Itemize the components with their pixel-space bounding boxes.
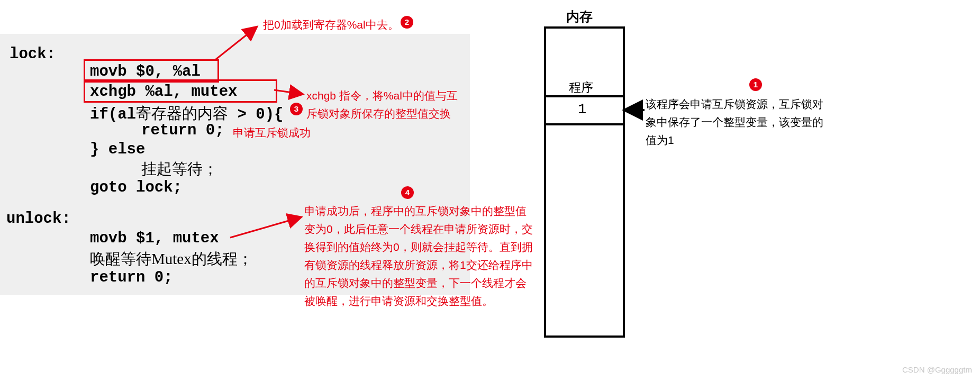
annotation-4-3: 换得到的值始终为0，则就会挂起等待。直到拥: [304, 238, 533, 256]
annotation-4-6: 被唤醒，进行申请资源和交换整型值。: [304, 292, 493, 310]
watermark: CSDN @Ggggggtm: [902, 365, 972, 374]
annotation-1-2: 象中保存了一个整型变量，该变量的: [646, 113, 823, 131]
annotation-1-1: 该程序会申请互斥锁资源，互斥锁对: [646, 95, 823, 113]
arrow-anno1: [0, 0, 688, 159]
annotation-1-3: 值为1: [646, 131, 674, 149]
badge-4: 4: [401, 186, 414, 199]
badge-1: 1: [749, 78, 762, 91]
annotation-4-1: 申请成功后，程序中的互斥锁对象中的整型值: [304, 202, 527, 220]
annotation-4-5: 的互斥锁对象中的整型变量，下一个线程才会: [304, 274, 527, 292]
diagram-stage: lock: movb $0, %al xchgb %al, mutex if(a…: [0, 0, 980, 390]
annotation-4-4: 有锁资源的线程释放所资源，将1交还给程序中: [304, 256, 533, 274]
annotation-4-2: 变为0，此后任意一个线程在申请所资源时，交: [304, 220, 533, 238]
svg-line-2: [230, 217, 302, 238]
